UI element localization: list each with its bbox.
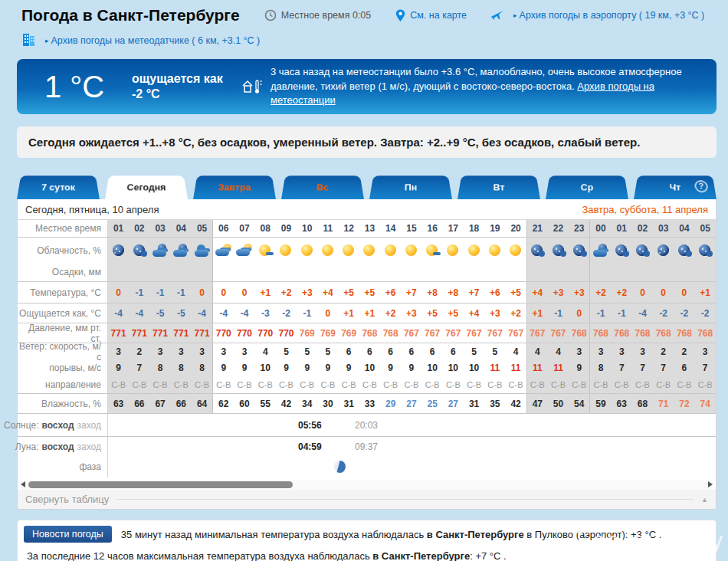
table-cell: [255, 238, 276, 263]
tab-Чт[interactable]: Чт?: [634, 176, 717, 199]
moon-cloud-weather-icon: [612, 243, 631, 258]
moonset-time: 09:37: [355, 441, 378, 452]
forecast-summary: Сегодня ожидается +1..+8 °C, без осадков…: [17, 126, 717, 158]
table-cell: С-В: [129, 376, 149, 393]
table-cell: 5: [464, 343, 484, 359]
news-line1-pre: 35 минут назад минимальная температура в…: [121, 529, 427, 540]
table-cell: [484, 238, 505, 263]
table-cell: [632, 238, 653, 263]
horizontal-scrollbar[interactable]: [21, 480, 713, 490]
table-cell: [339, 263, 359, 281]
map-link[interactable]: См. на карте: [410, 10, 467, 21]
table-cell: [234, 238, 254, 263]
table-cell: +3: [297, 282, 317, 303]
tab-Пн[interactable]: Пн: [369, 176, 452, 199]
table-cell: 11: [317, 220, 338, 237]
table-cell: 63: [612, 394, 632, 413]
scrollbar-thumb[interactable]: [28, 481, 293, 488]
scroll-left-arrow[interactable]: [21, 481, 25, 487]
weather-news: Новости погоды 35 минут назад минимальна…: [17, 520, 717, 561]
table-cell: 11: [527, 359, 548, 376]
table-cell: [422, 238, 443, 263]
tab-Сегодня[interactable]: Сегодня: [105, 176, 188, 199]
help-icon[interactable]: ?: [694, 180, 709, 192]
divider-line: [116, 499, 694, 500]
table-cell: 27: [401, 394, 421, 413]
tab-Ср[interactable]: Ср: [546, 176, 628, 199]
sun-cloud-weather-icon: [423, 243, 441, 258]
table-cell: +4: [464, 303, 484, 323]
sensor-archive-link[interactable]: Архив погоды на метеодатчике ( 6 км, +3.…: [51, 35, 261, 46]
table-cell: С-В: [255, 376, 276, 393]
table-cell: 63: [108, 394, 129, 413]
airport-archive-link[interactable]: Архив погоды в аэропорту ( 19 км, +3 °C …: [520, 10, 705, 21]
table-cell: 8: [590, 359, 611, 376]
table-cell: 771: [192, 323, 213, 343]
table-cell: 66: [129, 394, 149, 413]
table-cell: 767: [527, 323, 548, 343]
table-cell: 01: [108, 220, 129, 237]
row-label: Луна:восходзаход: [18, 437, 108, 456]
table-cell: С-В: [548, 376, 569, 393]
table-cell: С-В: [276, 376, 297, 393]
table-cell: 768: [590, 323, 611, 343]
table-cell: +3: [548, 282, 569, 303]
table-cell: [695, 238, 716, 263]
table-cell: 25: [422, 394, 443, 413]
table-cell: С-В: [505, 376, 526, 393]
table-cell: 00: [590, 220, 611, 237]
table-cell: 0: [653, 282, 674, 303]
tab-Вт[interactable]: Вт: [457, 176, 540, 199]
collapse-up-icon[interactable]: ▲: [701, 496, 708, 504]
table-cell: 768: [569, 323, 590, 343]
table-cell: 15: [401, 220, 421, 237]
table-cell: 03: [149, 220, 170, 237]
table-cell: С-В: [297, 376, 317, 393]
table-cell: -2: [674, 303, 694, 323]
moon-weather-icon: [654, 243, 673, 258]
news-line2-bold: в Санкт-Петербурге: [372, 550, 470, 561]
table-cell: [276, 263, 297, 281]
table-cell: [192, 263, 213, 281]
table-cell: [401, 263, 421, 281]
table-cell: 34: [297, 394, 317, 413]
table-cell: 04: [171, 220, 192, 237]
current-temp: 1 °C: [17, 70, 132, 104]
table-cell: 767: [464, 323, 484, 343]
tomorrow-date[interactable]: Завтра, суббота, 11 апреля: [582, 204, 708, 215]
row-порывы, м/с: порывы, м/с97888991099991099101010111111…: [18, 359, 716, 376]
table-cell: -2: [276, 303, 297, 323]
table-cell: 3: [234, 343, 254, 359]
row-label: Ветер: скорость, м/с: [18, 343, 108, 359]
sun-ray-weather-icon: [256, 243, 274, 258]
table-cell: +5: [443, 303, 464, 323]
sun-weather-icon: [486, 243, 504, 258]
tab-Вс[interactable]: Вс: [281, 176, 364, 199]
airplane-icon: [491, 9, 505, 21]
table-cell: 3: [569, 343, 590, 359]
table-cell: С-В: [674, 376, 694, 393]
table-cell: С-В: [192, 376, 213, 393]
table-cell: 770: [255, 323, 276, 343]
table-cell: -3: [255, 303, 276, 323]
table-cell: С-В: [464, 376, 484, 393]
moon-cloud-weather-icon: [130, 243, 149, 258]
table-cell: 3: [695, 343, 716, 359]
row-local-time: Местное время010203040506070809101112131…: [18, 220, 716, 237]
scroll-right-arrow[interactable]: [708, 481, 713, 487]
table-cell: +3: [484, 303, 505, 323]
collapse-table-link[interactable]: Свернуть таблицу: [25, 494, 109, 505]
clouds-weather-icon: [193, 243, 212, 258]
table-cell: 4: [527, 343, 548, 359]
tab-7 суток[interactable]: 7 суток: [17, 176, 100, 199]
table-cell: +1: [527, 303, 548, 323]
table-cell: 3: [213, 343, 234, 359]
tab-Завтра[interactable]: Завтра: [193, 176, 276, 199]
table-cell: 2: [129, 343, 149, 359]
table-cell: 7: [632, 359, 653, 376]
table-cell: 9: [108, 359, 129, 376]
table-cell: 768: [653, 323, 674, 343]
news-line1-bold: в Санкт-Петербурге: [427, 529, 524, 540]
cloud-moon-weather-icon: [172, 243, 190, 258]
table-cell: 5: [317, 343, 338, 359]
